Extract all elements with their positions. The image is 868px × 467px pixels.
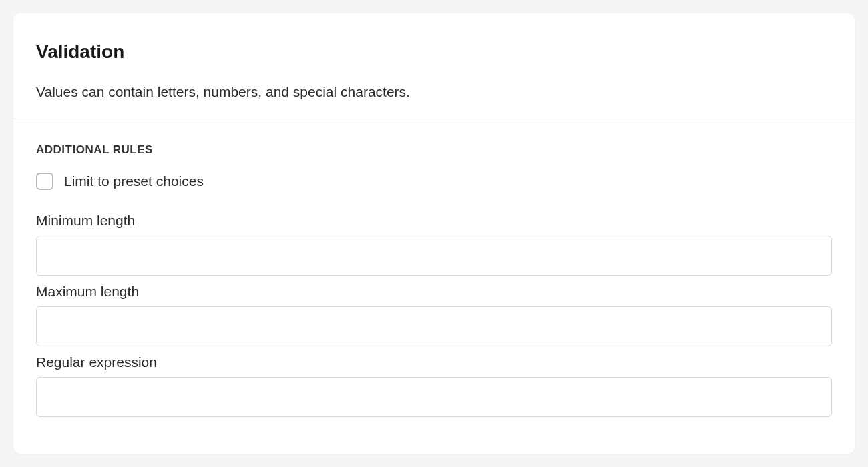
regex-field: Regular expression [36, 354, 832, 417]
max-length-input[interactable] [36, 306, 832, 346]
min-length-field: Minimum length [36, 213, 832, 276]
card-body: ADDITIONAL RULES Limit to preset choices… [13, 119, 855, 448]
regex-input[interactable] [36, 377, 832, 417]
min-length-input[interactable] [36, 236, 832, 276]
card-description: Values can contain letters, numbers, and… [36, 84, 832, 100]
validation-card: Validation Values can contain letters, n… [13, 13, 855, 454]
additional-rules-label: ADDITIONAL RULES [36, 143, 832, 157]
limit-preset-label[interactable]: Limit to preset choices [64, 173, 204, 189]
limit-preset-row: Limit to preset choices [36, 173, 832, 190]
max-length-field: Maximum length [36, 284, 832, 346]
regex-label: Regular expression [36, 354, 832, 370]
card-title: Validation [36, 41, 832, 63]
limit-preset-checkbox[interactable] [36, 173, 53, 190]
card-header: Validation Values can contain letters, n… [13, 13, 855, 119]
min-length-label: Minimum length [36, 213, 832, 229]
max-length-label: Maximum length [36, 284, 832, 300]
